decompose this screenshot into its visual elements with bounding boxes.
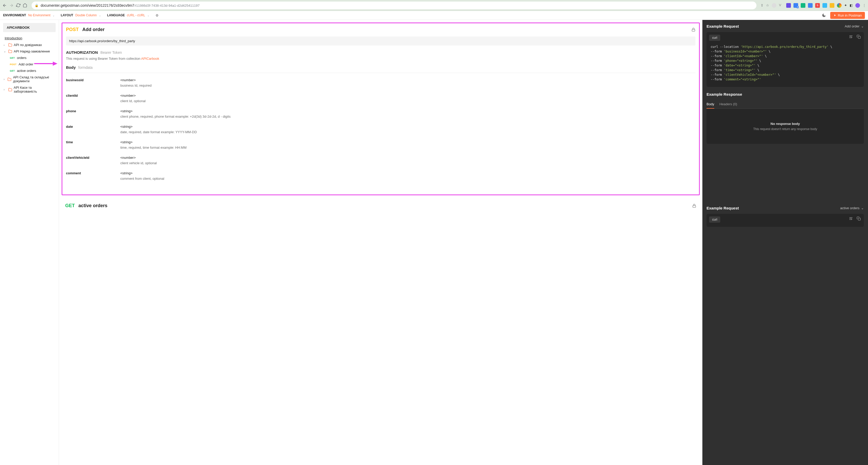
- code-content[interactable]: curl --location 'https://api.carbook.pro…: [707, 43, 864, 83]
- layout-value: Double Column: [75, 13, 97, 17]
- topbar: ENVIRONMENT No Environment ⌄ LAYOUT Doub…: [0, 11, 868, 20]
- ext-icon[interactable]: [837, 3, 842, 8]
- tab-body[interactable]: Body: [707, 100, 714, 109]
- folder-label: API Каси та заборгованість: [14, 86, 55, 93]
- url-bar[interactable]: 🔒 documenter.getpostman.com/view/2012217…: [32, 2, 756, 9]
- sidebar-folder[interactable]: › API по довідниках: [0, 42, 59, 48]
- extensions-icon[interactable]: ✦: [844, 3, 847, 7]
- gear-icon[interactable]: ⚙: [156, 13, 159, 17]
- ext-icon[interactable]: [801, 3, 805, 8]
- folder-label: API Наряд-замовлення: [14, 49, 50, 53]
- environment-selector[interactable]: ENVIRONMENT No Environment ⌄: [3, 13, 55, 17]
- sidebar-folder[interactable]: › API Склад та складські документи: [0, 74, 59, 84]
- tab-headers[interactable]: Headers (0): [719, 100, 737, 109]
- chevron-right-icon: ›: [4, 43, 7, 46]
- code-box: curl curl --location 'https://api.carboo…: [707, 32, 864, 87]
- run-in-postman-button[interactable]: Run in Postman: [830, 12, 865, 19]
- example-response-title: Example Response: [707, 92, 864, 96]
- endpoint-label: active orders: [17, 69, 36, 73]
- reload-icon[interactable]: [16, 3, 21, 8]
- wrap-icon[interactable]: [849, 217, 853, 221]
- method-label: GET: [65, 203, 75, 208]
- no-body-title: No response body: [712, 122, 859, 126]
- collection-link[interactable]: APICarbook: [141, 57, 159, 61]
- menu-icon[interactable]: ⋮: [863, 3, 866, 7]
- ext-icon[interactable]: [823, 3, 827, 8]
- lock-icon: 🔒: [35, 4, 38, 7]
- language-selector[interactable]: LANGUAGE cURL - cURL ⌄: [107, 13, 149, 17]
- chevron-down-icon: ⌄: [147, 14, 149, 17]
- response-tabs: Body Headers (0): [707, 100, 864, 109]
- param-name: clientId: [66, 94, 120, 103]
- sidebar-intro-link[interactable]: Introduction: [0, 35, 59, 42]
- request-url[interactable]: https://api.carbook.pro/orders/by_third_…: [66, 36, 695, 45]
- sidebar-folder[interactable]: ⌄ API Наряд-замовлення: [0, 48, 59, 55]
- copy-icon[interactable]: [857, 35, 861, 39]
- forward-icon[interactable]: [9, 3, 14, 8]
- ext-icon[interactable]: [808, 3, 813, 8]
- url-text: documenter.getpostman.com/view/20122176/…: [41, 3, 199, 7]
- param-row: date <string> date, required, date forma…: [66, 125, 695, 134]
- layout-label: LAYOUT: [61, 13, 73, 17]
- copy-icon[interactable]: [857, 217, 861, 221]
- code-box: curl: [707, 214, 864, 227]
- param-type: <number>: [120, 94, 695, 98]
- example-request-title: Example Request: [707, 24, 739, 28]
- avatar-icon[interactable]: [855, 3, 860, 8]
- ext-icon[interactable]: b: [815, 3, 820, 8]
- chevron-down-icon: ⌄: [861, 24, 864, 28]
- chevron-down-icon: ⌄: [53, 14, 55, 17]
- back-icon[interactable]: [2, 3, 7, 8]
- method-label: POST: [66, 27, 79, 32]
- code-lang-tab[interactable]: curl: [709, 35, 720, 41]
- folder-label: API Склад та складські документи: [13, 75, 55, 83]
- param-row: businessId <number> business Id, require…: [66, 78, 695, 88]
- method-badge: POST: [10, 63, 17, 66]
- bookmark-icon[interactable]: ☆: [766, 3, 769, 7]
- param-type: <string>: [120, 171, 695, 175]
- svg-rect-3: [693, 206, 695, 207]
- divider: [66, 73, 695, 73]
- sidebar-title: APICARBOOK: [3, 23, 56, 32]
- endpoint-label: Add order: [19, 62, 33, 66]
- response-body: No response body This request doesn't re…: [707, 109, 864, 144]
- param-desc: time, required, time format example: HH:…: [120, 145, 695, 150]
- layout-selector[interactable]: LAYOUT Double Column ⌄: [61, 13, 101, 17]
- param-name: date: [66, 125, 120, 134]
- wrap-icon[interactable]: [849, 35, 853, 39]
- sidebar-endpoint[interactable]: GETactive orders: [10, 67, 59, 74]
- run-label: Run in Postman: [838, 13, 862, 17]
- code-lang-tab[interactable]: curl: [709, 217, 720, 223]
- svg-marker-1: [53, 62, 58, 66]
- example-selector[interactable]: Add order ⌄: [845, 24, 864, 28]
- ext-icon[interactable]: 5: [794, 3, 798, 8]
- param-row: clientVehicleId <number> client vehicle …: [66, 156, 695, 165]
- sidebar-endpoint[interactable]: POSTAdd order: [10, 61, 59, 67]
- share-icon[interactable]: ⇪: [761, 3, 764, 7]
- param-name: phone: [66, 109, 120, 119]
- play-icon: [833, 14, 836, 17]
- param-type: <string>: [120, 125, 695, 129]
- home-icon[interactable]: [22, 3, 27, 8]
- sidebar-endpoint[interactable]: GETorders: [10, 55, 59, 61]
- ext-icon[interactable]: [830, 3, 834, 8]
- body-label: Body: [66, 65, 76, 70]
- auth-type: Bearer Token: [100, 51, 122, 55]
- param-type: <number>: [120, 156, 695, 160]
- next-endpoint: GET active orders: [62, 199, 700, 216]
- account-icon[interactable]: ◧: [849, 3, 853, 7]
- ext-icon[interactable]: V: [779, 3, 784, 8]
- ext-icon[interactable]: [772, 3, 776, 8]
- param-desc: client phone, required, phone format exa…: [120, 114, 695, 119]
- endpoint-label: orders: [17, 56, 26, 60]
- dark-mode-toggle[interactable]: [821, 12, 827, 19]
- example-selector[interactable]: active orders ⌄: [840, 206, 864, 210]
- annotation-arrow-icon: [34, 61, 58, 66]
- ext-icon[interactable]: [786, 3, 791, 8]
- param-name: businessId: [66, 78, 120, 88]
- param-name: clientVehicleId: [66, 156, 120, 165]
- sidebar-folder[interactable]: › API Каси та заборгованість: [0, 84, 59, 95]
- param-type: <string>: [120, 140, 695, 144]
- env-label: ENVIRONMENT: [3, 13, 26, 17]
- param-row: time <string> time, required, time forma…: [66, 140, 695, 150]
